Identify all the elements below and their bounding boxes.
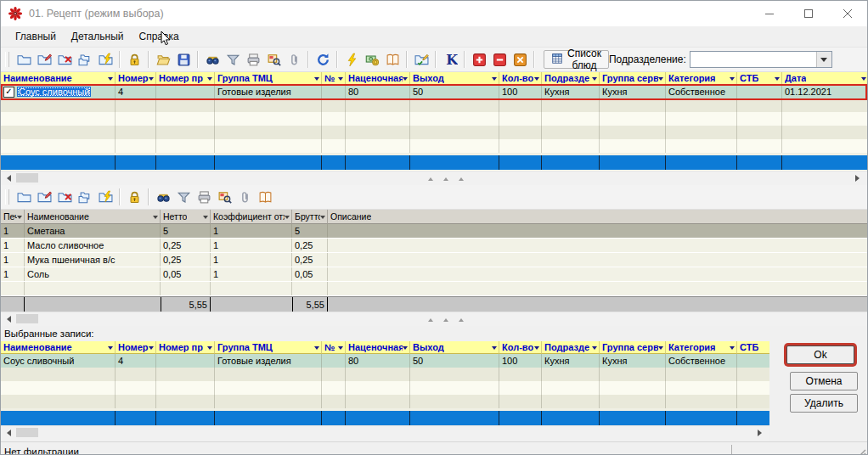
copy-record-icon[interactable]: [75, 187, 95, 207]
column-header[interactable]: №: [322, 72, 346, 85]
k-style-icon[interactable]: K: [440, 49, 460, 70]
column-header[interactable]: Наценочная: [346, 72, 410, 85]
sort-arrow-icon[interactable]: [207, 77, 212, 83]
maximize-button[interactable]: [789, 1, 828, 26]
column-header[interactable]: СТБ: [737, 72, 782, 85]
column-header[interactable]: №: [322, 341, 346, 354]
scroll-right-icon[interactable]: [855, 175, 863, 182]
refresh-icon[interactable]: [313, 49, 333, 70]
column-header[interactable]: Категория: [666, 72, 737, 85]
delete-record-icon[interactable]: [54, 49, 75, 70]
sort-arrow-icon[interactable]: [492, 346, 497, 352]
sort-arrow-icon[interactable]: [153, 216, 158, 222]
ok-button[interactable]: Ok: [786, 345, 854, 364]
remove-icon[interactable]: [489, 49, 510, 70]
column-header[interactable]: Категория: [666, 341, 737, 354]
calculate-icon[interactable]: [341, 49, 362, 70]
sort-arrow-icon[interactable]: [861, 77, 866, 83]
scroll-left-icon[interactable]: [3, 430, 11, 436]
sort-arrow-icon[interactable]: [108, 77, 113, 83]
table-row[interactable]: ✓Соус сливочный4Готовые изделия8050100Ку…: [1, 85, 867, 98]
scrollbar-thumb[interactable]: [16, 428, 38, 437]
column-header[interactable]: Наименование: [1, 341, 116, 354]
quick-edit-icon[interactable]: [95, 187, 116, 207]
column-header[interactable]: Нетто: [161, 210, 211, 224]
sort-arrow-icon[interactable]: [203, 216, 208, 222]
menu-item-детальный[interactable]: Детальный: [64, 28, 132, 45]
combobox-dropdown-icon[interactable]: [816, 52, 831, 67]
column-header[interactable]: Группа ТМЦ: [215, 72, 322, 85]
minimize-button[interactable]: [750, 1, 789, 26]
sort-arrow-icon[interactable]: [534, 77, 539, 83]
preview-icon[interactable]: [263, 49, 284, 70]
edit-record-icon[interactable]: [34, 49, 54, 70]
column-header[interactable]: Описание: [328, 210, 867, 224]
filter-icon[interactable]: [223, 49, 243, 70]
splitter-grip[interactable]: [423, 175, 469, 181]
column-header[interactable]: Номер пр: [156, 72, 215, 85]
close-button[interactable]: [828, 1, 867, 26]
column-header[interactable]: Кол-во: [499, 341, 542, 354]
lock-icon[interactable]: [124, 49, 144, 70]
sort-arrow-icon[interactable]: [730, 77, 735, 83]
copy-record-icon[interactable]: [75, 49, 95, 70]
sort-arrow-icon[interactable]: [534, 346, 539, 352]
cancel-button[interactable]: Отмена: [790, 372, 858, 390]
save-icon[interactable]: [173, 49, 194, 70]
new-folder-icon[interactable]: [14, 49, 34, 70]
horizontal-scrollbar[interactable]: [1, 425, 769, 441]
clear-icon[interactable]: [510, 49, 530, 70]
table-row[interactable]: 1Сметана515: [1, 224, 867, 239]
table-row[interactable]: 1Мука пшеничная в/с0,2510,25: [1, 253, 867, 267]
filter-icon[interactable]: [173, 187, 194, 207]
sort-arrow-icon[interactable]: [285, 216, 290, 222]
sort-arrow-icon[interactable]: [658, 346, 663, 352]
sort-arrow-icon[interactable]: [320, 216, 325, 222]
column-header[interactable]: Брутто: [292, 210, 328, 224]
column-header[interactable]: Наименование: [1, 72, 116, 85]
sort-arrow-icon[interactable]: [592, 77, 597, 83]
column-header[interactable]: Группа серв: [600, 341, 666, 354]
column-header[interactable]: Выход: [410, 72, 499, 85]
horizontal-scrollbar[interactable]: [1, 171, 867, 185]
folder-edit-icon[interactable]: [411, 49, 431, 70]
column-header[interactable]: Кол-во: [499, 72, 542, 85]
column-header[interactable]: Выход: [410, 341, 499, 354]
column-header[interactable]: СТБ: [737, 341, 769, 354]
book-icon[interactable]: [382, 49, 403, 70]
splitter-grip[interactable]: [423, 316, 469, 322]
attachment-icon[interactable]: [284, 49, 304, 70]
menu-item-справка[interactable]: Справка: [132, 28, 187, 45]
sort-arrow-icon[interactable]: [338, 346, 343, 352]
column-header[interactable]: Номер пр: [156, 341, 215, 354]
table-row[interactable]: 1Масло сливочное0,2510,25: [1, 239, 867, 253]
sort-arrow-icon[interactable]: [108, 346, 113, 352]
sort-arrow-icon[interactable]: [149, 346, 154, 352]
resize-grip-icon[interactable]: [855, 448, 866, 455]
sort-arrow-icon[interactable]: [17, 216, 22, 222]
table-row[interactable]: 1Соль0,0510,05: [1, 267, 867, 282]
add-icon[interactable]: [469, 49, 489, 70]
scrollbar-thumb[interactable]: [16, 173, 38, 183]
sort-arrow-icon[interactable]: [314, 77, 319, 83]
book-icon[interactable]: [255, 187, 275, 207]
sort-arrow-icon[interactable]: [775, 77, 780, 83]
preview-icon[interactable]: [214, 187, 234, 207]
scroll-left-icon[interactable]: [3, 316, 11, 323]
dish-list-button[interactable]: Список блюд: [544, 50, 609, 69]
sort-arrow-icon[interactable]: [658, 77, 663, 83]
column-header[interactable]: Наценочная: [346, 341, 410, 354]
new-folder-icon[interactable]: [14, 187, 34, 207]
column-header[interactable]: Группа ТМЦ: [215, 341, 322, 354]
menu-item-главный[interactable]: Главный: [8, 28, 64, 45]
edit-record-icon[interactable]: [34, 187, 54, 207]
money-icon[interactable]: [362, 49, 382, 70]
horizontal-scrollbar[interactable]: [1, 312, 867, 326]
sort-arrow-icon[interactable]: [730, 346, 735, 352]
sort-arrow-icon[interactable]: [149, 77, 154, 83]
scroll-left-icon[interactable]: [3, 175, 11, 182]
column-header[interactable]: Печать: [1, 210, 25, 224]
sort-arrow-icon[interactable]: [492, 77, 497, 83]
scroll-right-icon[interactable]: [758, 430, 765, 436]
sort-arrow-icon[interactable]: [403, 77, 408, 83]
